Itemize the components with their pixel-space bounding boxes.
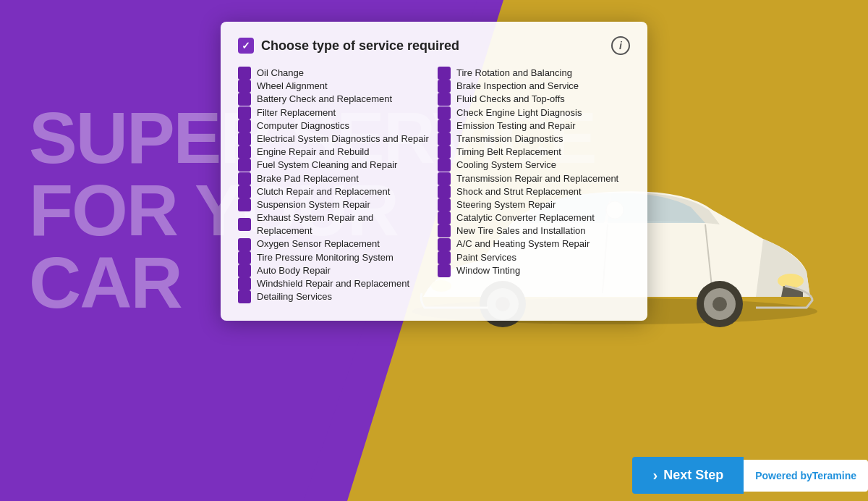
service-label: Tire Rotation and Balancing xyxy=(456,67,572,80)
next-step-button[interactable]: › Next Step xyxy=(632,457,744,494)
service-label: Paint Services xyxy=(456,251,516,264)
bottom-bar: › Next Step Powered by Teramine xyxy=(0,450,868,501)
service-item[interactable]: New Tire Sales and Installation xyxy=(438,224,630,237)
services-grid: Oil ChangeWheel AlignmentBattery Check a… xyxy=(238,67,630,303)
service-label: Emission Testing and Repair xyxy=(456,119,576,132)
service-checkbox xyxy=(238,132,251,146)
service-label: Brake Pad Replacement xyxy=(257,172,359,185)
service-checkbox xyxy=(438,224,451,237)
service-checkbox xyxy=(438,132,451,146)
modal-title-text: Choose type of service required xyxy=(261,38,459,54)
service-checkbox xyxy=(438,238,451,251)
service-item[interactable]: Electrical System Diagnostics and Repair xyxy=(238,132,430,146)
service-checkbox xyxy=(438,80,451,93)
service-item[interactable]: Tire Pressure Monitoring System xyxy=(238,251,430,264)
service-checkbox xyxy=(238,159,251,172)
service-label: Fluid Checks and Top-offs xyxy=(456,93,565,106)
service-item[interactable]: Brake Pad Replacement xyxy=(238,172,430,185)
service-checkbox xyxy=(238,290,251,303)
service-item[interactable]: Shock and Strut Replacement xyxy=(438,185,630,198)
service-checkbox xyxy=(438,93,451,106)
service-checkbox xyxy=(438,211,451,224)
service-label: Electrical System Diagnostics and Repair xyxy=(257,132,429,146)
service-item[interactable]: Brake Inspection and Service xyxy=(438,80,630,93)
powered-by-badge: Powered by Teramine xyxy=(744,460,868,492)
svg-point-3 xyxy=(778,274,804,288)
service-item[interactable]: Battery Check and Replacement xyxy=(238,93,430,106)
service-item[interactable]: Transmission Diagnostics xyxy=(438,132,630,146)
service-item[interactable]: Check Engine Light Diagnosis xyxy=(438,106,630,119)
service-checkbox xyxy=(238,172,251,185)
next-step-label: Next Step xyxy=(663,468,723,483)
service-label: Window Tinting xyxy=(456,264,520,277)
service-checkbox xyxy=(438,159,451,172)
service-label: Exhaust System Repair and Replacement xyxy=(257,211,430,237)
service-label: Windshield Repair and Replacement xyxy=(257,277,409,290)
service-item[interactable]: Exhaust System Repair and Replacement xyxy=(238,211,430,237)
service-label: Timing Belt Replacement xyxy=(456,146,561,159)
service-label: Detailing Services xyxy=(257,290,332,303)
service-checkbox xyxy=(238,146,251,159)
services-right-column: Tire Rotation and BalancingBrake Inspect… xyxy=(438,67,630,303)
service-item[interactable]: Window Tinting xyxy=(438,264,630,277)
service-item[interactable]: Fluid Checks and Top-offs xyxy=(438,93,630,106)
modal-header: ✓ Choose type of service required i xyxy=(238,36,630,55)
service-item[interactable]: Oil Change xyxy=(238,67,430,80)
service-checkbox xyxy=(238,251,251,264)
service-checkbox xyxy=(238,198,251,211)
service-checkbox xyxy=(438,119,451,132)
service-item[interactable]: Catalytic Converter Replacement xyxy=(438,211,630,224)
service-label: Transmission Diagnostics xyxy=(456,132,563,146)
service-item[interactable]: Filter Replacement xyxy=(238,106,430,119)
service-item[interactable]: Steering System Repair xyxy=(438,198,630,211)
service-item[interactable]: Detailing Services xyxy=(238,290,430,303)
service-label: Oil Change xyxy=(257,67,304,80)
service-checkbox xyxy=(438,67,451,80)
service-item[interactable]: A/C and Heating System Repair xyxy=(438,237,630,250)
brand-name: Teramine xyxy=(812,470,856,481)
service-checkbox xyxy=(238,185,251,198)
service-checkbox xyxy=(438,172,451,185)
service-label: A/C and Heating System Repair xyxy=(456,237,590,250)
service-checkbox xyxy=(238,80,251,93)
service-label: Tire Pressure Monitoring System xyxy=(257,251,393,264)
next-step-arrow: › xyxy=(652,467,658,484)
service-item[interactable]: Emission Testing and Repair xyxy=(438,119,630,132)
info-icon[interactable]: i xyxy=(611,36,630,55)
service-label: Battery Check and Replacement xyxy=(257,93,392,106)
service-item[interactable]: Auto Body Repair xyxy=(238,264,430,277)
service-checkbox xyxy=(438,106,451,119)
service-label: Filter Replacement xyxy=(257,106,336,119)
service-checkbox xyxy=(438,251,451,264)
service-checkbox xyxy=(238,106,251,119)
service-label: New Tire Sales and Installation xyxy=(456,224,585,237)
service-item[interactable]: Cooling System Service xyxy=(438,159,630,172)
service-label: Auto Body Repair xyxy=(257,264,331,277)
service-checkbox xyxy=(438,185,451,198)
service-label: Computer Diagnostics xyxy=(257,119,349,132)
service-item[interactable]: Transmission Repair and Replacement xyxy=(438,172,630,185)
service-label: Oxygen Sensor Replacement xyxy=(257,237,380,250)
service-item[interactable]: Clutch Repair and Replacement xyxy=(238,185,430,198)
service-label: Shock and Strut Replacement xyxy=(456,185,582,198)
service-checkbox xyxy=(238,67,251,80)
service-item[interactable]: Computer Diagnostics xyxy=(238,119,430,132)
service-item[interactable]: Timing Belt Replacement xyxy=(438,146,630,159)
service-checkbox xyxy=(238,238,251,251)
service-item[interactable]: Paint Services xyxy=(438,251,630,264)
service-checkbox xyxy=(438,198,451,211)
service-checkbox xyxy=(238,264,251,277)
service-label: Clutch Repair and Replacement xyxy=(257,185,390,198)
service-checkbox xyxy=(238,277,251,290)
service-item[interactable]: Suspension System Repair xyxy=(238,198,430,211)
services-left-column: Oil ChangeWheel AlignmentBattery Check a… xyxy=(238,67,430,303)
service-item[interactable]: Engine Repair and Rebuild xyxy=(238,146,430,159)
service-item[interactable]: Wheel Alignment xyxy=(238,80,430,93)
service-label: Fuel System Cleaning and Repair xyxy=(257,159,397,172)
service-label: Wheel Alignment xyxy=(257,80,328,93)
service-item[interactable]: Tire Rotation and Balancing xyxy=(438,67,630,80)
service-item[interactable]: Fuel System Cleaning and Repair xyxy=(238,159,430,172)
service-item[interactable]: Windshield Repair and Replacement xyxy=(238,277,430,290)
service-item[interactable]: Oxygen Sensor Replacement xyxy=(238,237,430,250)
service-checkbox xyxy=(438,146,451,159)
